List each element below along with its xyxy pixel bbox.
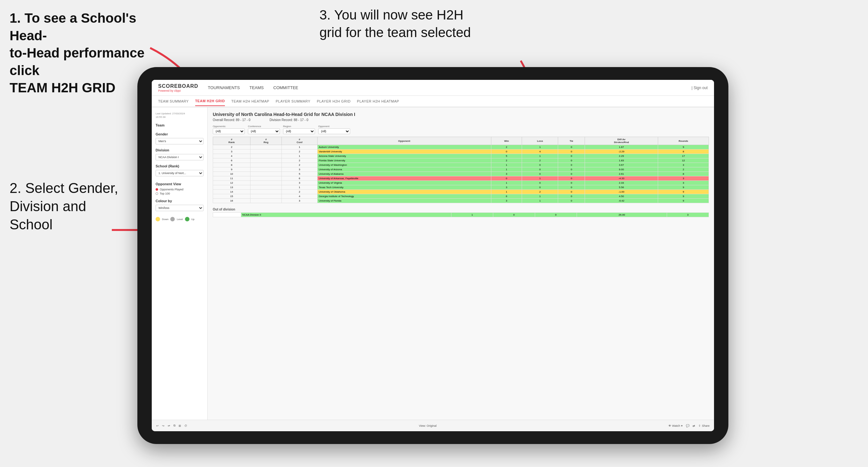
out-tie: 0 xyxy=(535,213,577,217)
sidebar-division-label: Division xyxy=(156,148,204,152)
filter-region-label: Region xyxy=(283,125,315,128)
filter-region-select[interactable]: (All) xyxy=(283,128,315,134)
gender-select[interactable]: Men's xyxy=(156,138,204,145)
toolbar-icon2[interactable]: ⇄ xyxy=(692,424,695,427)
table-row: 9 3 University of Arizona 1 0 0 9.00 2 xyxy=(213,167,709,172)
table-row: 16 3 University of Florida 3 1 0 -6.42 9 xyxy=(213,199,709,203)
col-diff: Diff AvStrokes/Rnd xyxy=(585,137,658,145)
filter-conference-select[interactable]: (All) xyxy=(248,128,280,134)
nav-items: TOURNAMENTS TEAMS COMMITTEE xyxy=(208,84,692,92)
toolbar-redo[interactable]: ↪ xyxy=(162,424,164,427)
toolbar-paste[interactable]: ⊞ xyxy=(179,424,181,427)
table-row: 6 2 Florida State University 2 2 0 1.83 … xyxy=(213,158,709,163)
colour-select[interactable]: Win/loss xyxy=(156,205,204,211)
out-of-division-table: NCAA Division II 1 0 0 26.00 3 xyxy=(213,212,709,217)
col-tie: Tie xyxy=(558,137,585,145)
sidebar: Last Updated: 27/03/2024 16:55:38 Team G… xyxy=(152,107,208,420)
sign-out-link[interactable]: | Sign out xyxy=(692,86,708,90)
nav-committee[interactable]: COMMITTEE xyxy=(274,84,299,92)
col-rank: #Rank xyxy=(213,137,250,145)
out-win: 1 xyxy=(452,213,493,217)
filter-conference: Conference (All) xyxy=(248,125,280,134)
logo-sub: Powered by clippi xyxy=(158,89,198,92)
sidebar-timestamp: Last Updated: 27/03/2024 16:55:38 xyxy=(156,112,204,119)
subnav: TEAM SUMMARY TEAM H2H GRID TEAM H2H HEAT… xyxy=(152,96,714,107)
col-win: Win xyxy=(491,137,522,145)
toolbar-watch[interactable]: 👁 Watch ▾ xyxy=(668,424,683,427)
filter-opponent: Opponent (All) xyxy=(318,125,350,134)
toolbar-copy[interactable]: ⧉ xyxy=(174,424,176,427)
sidebar-gender-label: Gender xyxy=(156,132,204,136)
grid-records: Overall Record: 89 - 17 - 0 Division Rec… xyxy=(213,118,709,122)
subnav-player-h2h-grid[interactable]: PLAYER H2H GRID xyxy=(317,97,351,106)
subnav-player-summary[interactable]: PLAYER SUMMARY xyxy=(276,97,311,106)
out-of-division-label: Out of division xyxy=(213,208,709,211)
col-reg: #Reg xyxy=(250,137,282,145)
ann1-bold: TEAM H2H GRID xyxy=(9,80,115,95)
subnav-player-h2h-heatmap[interactable]: PLAYER H2H HEATMAP xyxy=(357,97,399,106)
grid-area: University of North Carolina Head-to-Hea… xyxy=(208,107,714,420)
table-row: 4 1 Arizona State University 5 1 0 2.29 … xyxy=(213,154,709,158)
out-loss: 0 xyxy=(493,213,535,217)
ann3-line1: 3. You will now see H2H xyxy=(319,7,464,22)
toolbar-icon1[interactable]: 💬 xyxy=(686,424,689,427)
toolbar-undo[interactable]: ↩ xyxy=(156,424,159,427)
filter-opponents-label: Opponents: xyxy=(213,125,245,128)
radio-opponents-played[interactable]: Opponents Played xyxy=(156,188,204,191)
col-loss: Loss xyxy=(522,137,558,145)
tablet-frame: SCOREBOARD Powered by clippi TOURNAMENTS… xyxy=(137,67,728,444)
out-of-division: Out of division NCAA Division II 1 0 0 2… xyxy=(213,208,709,217)
sidebar-colour-label: Colour by xyxy=(156,199,204,203)
school-select[interactable]: 1. University of Nort... xyxy=(156,170,204,176)
logo-area: SCOREBOARD Powered by clippi xyxy=(158,83,198,92)
sidebar-team-label: Team xyxy=(156,123,204,127)
out-opponent: NCAA Division II xyxy=(241,213,451,217)
out-diff: 26.00 xyxy=(577,213,667,217)
annotation-2: 2. Select Gender, Division and School xyxy=(9,179,131,234)
toolbar-clock[interactable]: ⏱ xyxy=(184,424,187,427)
navbar: SCOREBOARD Powered by clippi TOURNAMENTS… xyxy=(152,80,714,96)
legend-dot-down xyxy=(156,217,160,221)
legend-dot-up xyxy=(185,217,189,221)
radio-top100[interactable]: Top 100 xyxy=(156,192,204,195)
legend-dot-level xyxy=(170,217,175,221)
filter-opponent-label: Opponent xyxy=(318,125,350,128)
table-row: 13 1 Texas Tech University 3 0 0 5.56 9 xyxy=(213,185,709,190)
nav-tournaments[interactable]: TOURNAMENTS xyxy=(208,84,240,92)
radio-circle-played xyxy=(156,188,158,191)
sidebar-opponent-view-label: Opponent View xyxy=(156,182,204,186)
legend-label-up: Up xyxy=(191,218,194,221)
table-row: NCAA Division II 1 0 0 26.00 3 xyxy=(213,213,709,217)
filter-region: Region (All) xyxy=(283,125,315,134)
table-row: 3 2 Vanderbilt University 0 4 0 -2.29 8 xyxy=(213,150,709,154)
subnav-team-h2h-grid[interactable]: TEAM H2H GRID xyxy=(195,96,225,106)
filter-opponents-select[interactable]: (All) xyxy=(213,128,245,134)
ann1-line2: to-Head performance click xyxy=(9,45,145,78)
filter-opponent-select[interactable]: (All) xyxy=(318,128,350,134)
legend-label-level: Level xyxy=(177,218,183,221)
annotation-3: 3. You will now see H2H grid for the tea… xyxy=(319,6,543,41)
filter-opponents: Opponents: (All) xyxy=(213,125,245,134)
col-conf: #Conf xyxy=(282,137,317,145)
ann1-line1: 1. To see a School's Head- xyxy=(9,10,136,43)
filter-conference-label: Conference xyxy=(248,125,280,128)
overall-record: Overall Record: 89 - 17 - 0 xyxy=(213,118,250,122)
nav-teams[interactable]: TEAMS xyxy=(249,84,264,92)
subnav-team-summary[interactable]: TEAM SUMMARY xyxy=(158,97,189,106)
col-opponent: Opponent xyxy=(317,137,491,145)
toolbar-prev[interactable]: ↫ xyxy=(168,424,170,427)
colour-legend: Down Level Up xyxy=(156,217,204,221)
data-table: #Rank #Reg #Conf Opponent Win Loss Tie D… xyxy=(213,137,709,203)
toolbar-share[interactable]: ⇧ Share xyxy=(699,424,710,427)
ann3-line2: grid for the team selected xyxy=(319,25,471,40)
subnav-team-h2h-heatmap[interactable]: TEAM H2H HEATMAP xyxy=(231,97,269,106)
table-row: 12 3 University of Virginia 1 0 0 2.33 3 xyxy=(213,181,709,185)
division-select[interactable]: NCAA Division I xyxy=(156,154,204,160)
out-rounds: 3 xyxy=(667,213,709,217)
sidebar-school-label: School (Rank) xyxy=(156,164,204,168)
division-record: Division Record: 88 - 17 - 0 xyxy=(270,118,308,122)
legend-label-down: Down xyxy=(162,218,168,221)
col-rounds: Rounds xyxy=(658,137,709,145)
table-row: 10 5 University of Alabama 3 0 0 2.61 8 xyxy=(213,172,709,176)
logo-text: SCOREBOARD xyxy=(158,83,198,89)
